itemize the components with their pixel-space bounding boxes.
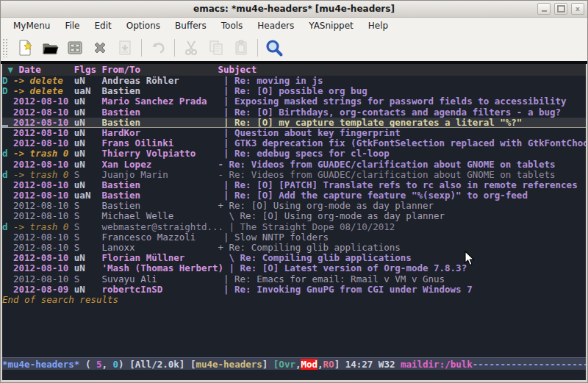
- menu-yasnippet[interactable]: YASnippet: [302, 19, 360, 32]
- header-line[interactable]: ▼ Date Flgs From/To Subject: [2, 64, 586, 76]
- window-controls: x: [537, 3, 584, 15]
- date-cell: 2012-08-10: [13, 107, 74, 118]
- save-icon: [66, 39, 84, 57]
- new-file-button[interactable]: [12, 37, 37, 59]
- message-row[interactable]: 2012-08-10uNXan Lopez- Re: Videos from G…: [2, 160, 586, 170]
- modeline-modified-indicator: Mod: [301, 359, 318, 370]
- column-header-from[interactable]: From/To: [101, 65, 218, 75]
- column-header-subject[interactable]: Subject: [218, 65, 586, 75]
- subject-cell: | Re: [O] Birthdays, org-contacts and ag…: [218, 107, 586, 118]
- subject-cell: \ Re: [O] Using org-mode as day planner: [218, 211, 586, 221]
- subject-cell: - Re: Videos from GUADEC/clarification a…: [218, 160, 586, 170]
- message-row[interactable]: d-> trash 0uNThierry Volpiatto | Re: ede…: [2, 148, 586, 159]
- flags-cell: uaN: [74, 190, 102, 201]
- column-header-date[interactable]: Date: [13, 65, 74, 75]
- subject-cell: \ Re: Compiling glib applications: [218, 253, 586, 263]
- message-row[interactable]: 2012-08-10SMichael Welle \ Re: [O] Using…: [2, 211, 586, 221]
- save-button[interactable]: [62, 37, 87, 59]
- flags-cell: uN: [74, 180, 102, 190]
- flags-cell: uN: [74, 148, 102, 159]
- minimize-button[interactable]: [537, 3, 551, 15]
- flags-cell: uN: [74, 128, 102, 138]
- close-icon: x: [576, 6, 580, 12]
- mark-cell: [2, 138, 13, 148]
- paste-button[interactable]: [229, 37, 254, 59]
- message-row[interactable]: 2012-08-10uNMario Sanchez Prada | Exposi…: [2, 96, 586, 107]
- flags-cell: uN: [74, 107, 102, 118]
- from-cell: Bastien: [101, 201, 218, 211]
- flags-cell: uN: [74, 160, 102, 170]
- undo-button[interactable]: [146, 37, 171, 59]
- window-title: emacs: *mu4e-headers* [mu4e-headers]: [1, 4, 587, 14]
- open-folder-button[interactable]: [37, 37, 62, 59]
- menu-buffers[interactable]: Buffers: [168, 19, 213, 32]
- message-row[interactable]: d-> trash 0SJuanjo Marin- Re: Videos fro…: [2, 170, 586, 180]
- message-row[interactable]: 2012-08-10SLanoxx+ Re: Compiling glib ap…: [2, 243, 586, 253]
- maximize-icon: [557, 5, 565, 12]
- message-row[interactable]: D-> deleteuNAndreas Röhler | Re: moving …: [2, 76, 586, 86]
- title-bar[interactable]: emacs: *mu4e-headers* [mu4e-headers] x: [1, 1, 587, 18]
- from-cell: Mario Sanchez Prada: [101, 96, 218, 107]
- from-cell: Frans Oilinki: [101, 138, 218, 148]
- message-row[interactable]: 2012-08-10SSuvayu Ali | Re: Emacs for em…: [2, 274, 586, 284]
- flags-cell: uN: [74, 284, 102, 295]
- message-row[interactable]: 2012-08-10uNBastien | Re: [O] Birthdays,…: [2, 107, 586, 118]
- menu-edit[interactable]: Edit: [88, 19, 118, 32]
- close-buffer-button[interactable]: [87, 37, 112, 59]
- minimize-icon: [542, 10, 547, 12]
- modeline-text: ): [118, 359, 129, 370]
- message-row-current[interactable]: 2012-08-10uNBastien | Re: [O] my capture…: [2, 118, 586, 128]
- maximize-button[interactable]: [554, 3, 567, 15]
- date-cell: 2012-08-10: [13, 263, 74, 273]
- date-cell: 2012-08-09: [13, 284, 74, 295]
- message-row[interactable]: 2012-08-09uNrobertcInSD | Re: Invoking G…: [2, 284, 586, 295]
- message-row[interactable]: 2012-08-10uNHardKor | Question about key…: [2, 128, 586, 138]
- buffer-empty-area: [2, 305, 586, 357]
- search-button[interactable]: [262, 37, 287, 59]
- sort-arrow-icon[interactable]: ▼: [2, 65, 13, 75]
- save-as-button[interactable]: [112, 37, 137, 59]
- column-header-flags[interactable]: Flgs: [74, 65, 102, 75]
- toolbar-separator: [141, 39, 142, 57]
- date-cell: 2012-08-10: [13, 118, 74, 127]
- message-row[interactable]: d-> trash 0Swebmaster@straightd... | The…: [2, 222, 586, 232]
- message-row[interactable]: 2012-08-10SFrancesco Mazzoli | Slow NNTP…: [2, 232, 586, 243]
- modeline-major-mode[interactable]: mu4e-headers: [196, 359, 262, 370]
- menu-options[interactable]: Options: [120, 19, 167, 32]
- echo-area[interactable]: [2, 370, 586, 380]
- close-button[interactable]: x: [571, 3, 584, 15]
- message-row[interactable]: 2012-08-10uaNBastien | Re: [O] Add the c…: [2, 190, 586, 201]
- cut-button[interactable]: [179, 37, 204, 59]
- menu-tools[interactable]: Tools: [215, 19, 250, 32]
- mark-cell: d: [2, 222, 13, 232]
- mu4e-headers-buffer[interactable]: ▼ Date Flgs From/To Subject D-> deleteuN…: [2, 64, 586, 357]
- menu-headers[interactable]: Headers: [251, 19, 301, 32]
- subject-cell: | Re: [O] Add the capture feature "%(sex…: [218, 190, 586, 201]
- menu-file[interactable]: File: [58, 19, 86, 32]
- message-row[interactable]: 2012-08-10uNFlorian Müllner \ Re: Compil…: [2, 253, 586, 263]
- date-cell: -> delete: [13, 76, 74, 86]
- emacs-window: emacs: *mu4e-headers* [mu4e-headers] x M…: [0, 0, 588, 383]
- message-row[interactable]: D-> deleteuaNBastien | Re: [O] possible …: [2, 86, 586, 96]
- message-row[interactable]: 2012-08-10uN'Mash (Thomas Herbert) | Re:…: [2, 263, 586, 273]
- undo-icon: [149, 39, 167, 57]
- copy-icon: [207, 39, 225, 57]
- toolbar-grip[interactable]: [2, 38, 8, 57]
- message-row[interactable]: 2012-08-10uNFrans Oilinki | GTK3 depreca…: [2, 138, 586, 148]
- mark-cell: [2, 96, 13, 107]
- modeline-text: ,: [295, 359, 301, 370]
- copy-button[interactable]: [204, 37, 229, 59]
- menu-help[interactable]: Help: [362, 19, 395, 32]
- modeline-clock: 14:27 W32: [345, 359, 401, 370]
- flags-cell: uN: [74, 96, 102, 107]
- mark-cell: [2, 211, 13, 221]
- menu-mymenu[interactable]: MyMenu: [7, 19, 57, 32]
- message-row[interactable]: 2012-08-10uNBastien | Re: [O] [PATCH] Tr…: [2, 180, 586, 190]
- modeline-text: (: [79, 359, 96, 370]
- flags-cell: S: [74, 201, 102, 211]
- mark-cell: [2, 180, 13, 190]
- save-as-icon: [116, 39, 134, 57]
- date-cell: 2012-08-10: [13, 180, 74, 190]
- message-row[interactable]: 2012-08-10SBastien+ Re: [O] Using org-mo…: [2, 201, 586, 211]
- subject-cell: + Re: Compiling glib applications: [218, 243, 586, 253]
